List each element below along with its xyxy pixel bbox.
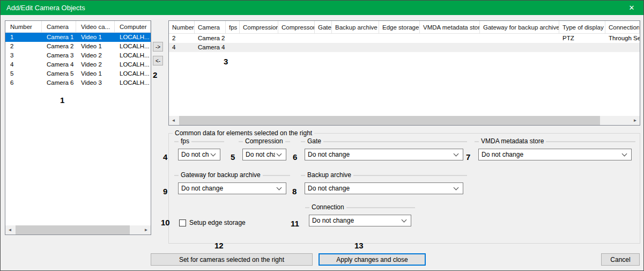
cell-computer: LOCALH... [115,51,151,60]
connection-select[interactable]: Do not change [309,215,411,226]
cell-type-of-display: PTZ [559,34,605,43]
column-header-connection[interactable]: Connection [605,21,640,34]
set-for-selected-cameras-button[interactable]: Set for cameras selected on the right [151,253,313,266]
column-header-compression[interactable]: Compression [240,21,278,34]
vmda-group-label: VMDA metadata store [479,137,546,145]
arrow-right-icon: -> [156,44,160,50]
compression-select[interactable]: Do not cha [242,149,286,160]
gateway-select-value: Do not change [179,185,275,192]
horizontal-scrollbar[interactable]: ◄ ► [169,116,640,125]
chevron-down-icon [211,151,216,156]
cell-number: 2 [5,42,42,51]
chevron-down-icon [277,185,282,190]
backup-archive-group: Backup archive Do not change [301,175,467,176]
annotation-5: 5 [231,152,235,162]
column-header-type-of-display[interactable]: Type of display [559,21,605,34]
fps-select-value: Do not cha [179,151,209,158]
column-header-vmda-store[interactable]: VMDA metadata store [420,21,480,34]
scroll-right-button[interactable]: ► [631,116,640,125]
column-header-computer[interactable]: Computer [115,21,151,33]
annotation-8: 8 [292,187,297,196]
chevron-down-icon [454,185,459,190]
cell-computer: LOCALH... [115,42,151,51]
backup-select[interactable]: Do not change [305,182,463,194]
scrollbar-track[interactable] [14,225,142,235]
cell-connection: Through Se [605,34,640,43]
chevron-down-icon [402,217,407,222]
gate-group: Gate Do not change [301,141,467,142]
table-row[interactable]: 1 Camera 1 Video 1 LOCALH... [5,33,151,42]
horizontal-scrollbar[interactable]: ◄ ► [5,225,151,235]
table-row[interactable]: 4 Camera 4 Video 2 LOCALH... [5,60,151,69]
backup-select-value: Do not change [305,185,452,192]
column-header-number[interactable]: Number [5,21,42,33]
compression-group: Compression Do not cha [239,141,290,142]
cell-computer: LOCALH... [115,60,151,69]
annotation-13: 13 [354,241,364,250]
window-title: Add/Edit Camera Objects [1,4,85,12]
scroll-left-button[interactable]: ◄ [169,116,178,125]
vmda-select[interactable]: Do not change [478,149,632,160]
cell-number: 1 [5,33,42,42]
compression-select-value: Do not cha [243,151,275,158]
table-row[interactable]: 3 Camera 3 Video 2 LOCALH... [5,51,151,60]
close-button[interactable]: ✕ [620,1,643,15]
column-header-fps[interactable]: fps [226,21,240,34]
move-right-button[interactable]: -> [153,42,163,52]
column-header-edge-storage[interactable]: Edge storage [379,21,420,34]
cell-camera: Camera 3 [42,51,76,60]
cell-number: 5 [5,69,42,78]
arrow-left-icon: ◄ [172,118,176,123]
gateway-backup-archive-group: Gateway for backup archive Do not change [174,175,290,176]
annotation-7: 7 [466,152,470,162]
cancel-button[interactable]: Cancel [601,253,640,266]
compression-group-label: Compression [243,137,285,145]
column-header-gate[interactable]: Gate [315,21,332,34]
column-header-video[interactable]: Video ca... [76,21,115,33]
move-left-button[interactable]: <- [153,56,163,65]
scrollbar-thumb[interactable] [16,225,130,235]
apply-changes-and-close-button[interactable]: Apply changes and close [319,253,426,266]
cell-number: 3 [5,51,42,60]
cell-video: Video 3 [76,78,115,87]
table-row[interactable]: 2 Camera 2 PTZ Through Se [169,34,640,43]
column-header-compressor[interactable]: Compressor [278,21,315,34]
cell-computer: LOCALH... [115,69,151,78]
setup-edge-storage-checkbox[interactable]: Setup edge storage [179,219,246,226]
table-row[interactable]: 2 Camera 2 Video 1 LOCALH... [5,42,151,51]
fps-select[interactable]: Do not cha [178,149,220,160]
title-bar: Add/Edit Camera Objects [1,1,643,15]
gateway-select[interactable]: Do not change [178,182,286,194]
scrollbar-track[interactable] [178,116,631,125]
column-header-gateway[interactable]: Gateway for backup archive [480,21,559,34]
table-header-row: Number Camera fps Compression Compressor… [169,21,640,34]
column-header-number[interactable]: Number [169,21,195,34]
column-header-camera[interactable]: Camera [42,21,76,33]
column-header-camera[interactable]: Camera [195,21,226,34]
annotation-1: 1 [60,96,64,105]
fps-group-label: fps [179,137,191,145]
gateway-group-label: Gateway for backup archive [179,171,263,179]
table-row[interactable]: 6 Camera 6 Video 3 LOCALH... [5,78,151,87]
chevron-down-icon [454,151,459,156]
cell-video: Video 1 [76,42,115,51]
connection-select-value: Do not change [309,217,400,224]
cell-number: 6 [5,78,42,87]
column-header-backup-archive[interactable]: Backup archive [332,21,379,34]
cell-computer: LOCALH... [115,78,151,87]
cell-number: 2 [169,34,195,43]
cell-video: Video 2 [76,60,115,69]
gate-select[interactable]: Do not change [305,149,463,160]
fps-group: fps Do not cha [174,141,224,142]
cell-video: Video 1 [76,33,115,42]
cell-camera: Camera 2 [195,34,226,43]
backup-group-label: Backup archive [305,171,353,179]
cell-computer: LOCALH... [115,33,151,42]
scroll-right-button[interactable]: ► [142,225,151,235]
table-row[interactable]: 4 Camera 4 [169,43,640,52]
cell-video: Video 1 [76,69,115,78]
scrollbar-thumb[interactable] [179,116,600,125]
scroll-left-button[interactable]: ◄ [5,225,14,235]
table-row[interactable]: 5 Camera 5 Video 1 LOCALH... [5,69,151,78]
cell-camera: Camera 6 [42,78,76,87]
